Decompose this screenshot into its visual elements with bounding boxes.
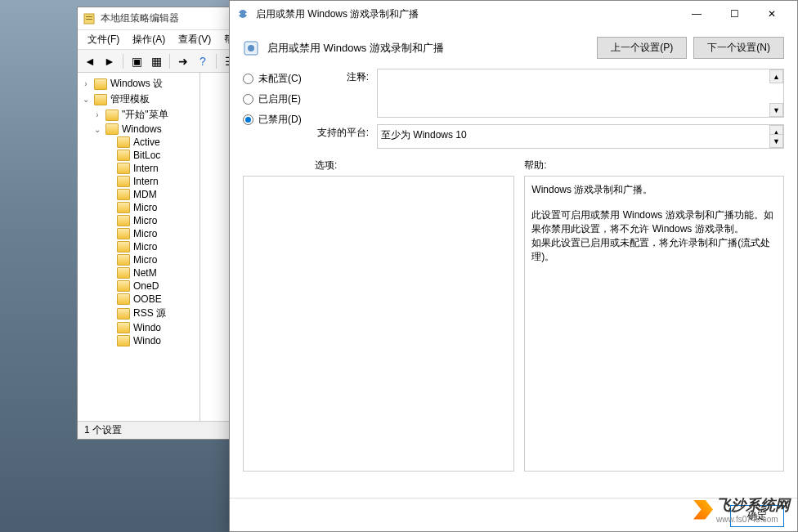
tree-item-label: Micro xyxy=(133,215,157,226)
tree-item[interactable]: Micro xyxy=(78,227,200,240)
export-button[interactable]: ➜ xyxy=(174,52,192,70)
folder-icon xyxy=(117,280,130,292)
tree-item[interactable]: RSS 源 xyxy=(78,306,200,321)
folder-icon xyxy=(117,215,130,226)
settings-app-icon xyxy=(236,7,249,20)
folder-icon xyxy=(117,241,130,253)
folder-icon xyxy=(117,150,130,161)
tree-item-label: MDM xyxy=(133,189,157,200)
folder-icon xyxy=(117,163,130,174)
tree-item[interactable]: Windo xyxy=(78,321,200,334)
comment-row: 注释: ▲ ▼ xyxy=(315,69,784,118)
settings-content: 未配置(C) 已启用(E) 已禁用(D) 注释: ▲ ▼ xyxy=(230,69,797,498)
tree-item[interactable]: OneD xyxy=(78,279,200,293)
menu-action[interactable]: 操作(A) xyxy=(126,30,172,49)
platform-textbox: 至少为 Windows 10 ▲ ▼ xyxy=(377,124,784,149)
folder-icon xyxy=(105,123,119,135)
tree-item[interactable]: BitLoc xyxy=(78,149,200,162)
status-text: 1 个设置 xyxy=(84,423,122,437)
forward-button[interactable]: ► xyxy=(101,52,119,70)
tree-item[interactable]: MDM xyxy=(78,188,200,201)
folder-icon xyxy=(117,322,130,333)
svg-rect-1 xyxy=(86,16,92,17)
radio-label: 已启用(E) xyxy=(258,92,301,106)
tree-item[interactable]: ⌄管理模板 xyxy=(78,92,200,107)
tree-item-label: Intern xyxy=(133,176,159,187)
tree-item[interactable]: Micro xyxy=(78,240,200,253)
radio-not-configured[interactable]: 未配置(C) xyxy=(243,69,307,89)
tree-item-label: Windows 设 xyxy=(110,77,163,91)
settings-header-title: 启用或禁用 Windows 游戏录制和广播 xyxy=(267,41,589,56)
minimize-button[interactable]: — xyxy=(678,2,715,26)
nav-buttons: 上一个设置(P) 下一个设置(N) xyxy=(597,37,784,59)
tree-item-label: Active xyxy=(133,136,160,148)
up-button[interactable]: ▣ xyxy=(128,52,146,70)
folder-icon xyxy=(117,335,130,346)
folder-icon xyxy=(94,94,107,105)
options-label: 选项: xyxy=(315,159,514,172)
platform-value: 至少为 Windows 10 xyxy=(381,129,467,141)
tree-toggle-icon[interactable]: › xyxy=(92,110,102,119)
scroll-up-icon[interactable]: ▲ xyxy=(769,69,783,83)
tree-item-label: Micro xyxy=(133,254,157,266)
platform-row: 支持的平台: 至少为 Windows 10 ▲ ▼ xyxy=(315,124,784,149)
back-button[interactable]: ◄ xyxy=(81,52,99,70)
toolbar-sep xyxy=(123,54,123,69)
tree-item-label: Windows xyxy=(122,123,162,135)
help-label: 帮助: xyxy=(524,159,784,172)
menu-view[interactable]: 查看(V) xyxy=(172,30,217,49)
folder-icon xyxy=(117,308,130,320)
options-box[interactable] xyxy=(243,176,514,472)
tree-panel[interactable]: ›Windows 设⌄管理模板›"开始"菜单⌄WindowsActiveBitL… xyxy=(78,73,200,421)
radio-indicator xyxy=(243,114,253,125)
close-button[interactable]: ✕ xyxy=(753,2,791,26)
tree-item-label: Windo xyxy=(133,335,161,346)
tree-item[interactable]: Intern xyxy=(78,175,200,188)
tree-item-label: OOBE xyxy=(133,293,162,305)
comment-label: 注释: xyxy=(315,69,377,118)
folder-icon xyxy=(117,267,130,279)
tree-item-label: BitLoc xyxy=(133,150,160,161)
window-controls: — ☐ ✕ xyxy=(678,2,791,26)
scroll-down-icon[interactable]: ▼ xyxy=(769,134,783,148)
tree-item-label: NetM xyxy=(133,267,157,279)
tree-toggle-icon[interactable]: › xyxy=(81,79,91,88)
help-button[interactable]: ? xyxy=(194,52,212,70)
tree-toggle-icon[interactable]: ⌄ xyxy=(81,95,91,104)
watermark-logo-icon xyxy=(693,500,713,520)
tree-toggle-icon[interactable]: ⌄ xyxy=(92,125,102,134)
settings-header: 启用或禁用 Windows 游戏录制和广播 上一个设置(P) 下一个设置(N) xyxy=(230,27,797,69)
gpedit-app-icon xyxy=(83,12,96,25)
tree-item[interactable]: Micro xyxy=(78,253,200,266)
radio-disabled[interactable]: 已禁用(D) xyxy=(243,110,307,130)
right-column: 注释: ▲ ▼ 支持的平台: 至少为 Windows 10 ▲ ▼ xyxy=(315,69,784,488)
tree-item-label: RSS 源 xyxy=(133,306,166,320)
show-hide-button[interactable]: ▦ xyxy=(147,52,165,70)
svg-rect-4 xyxy=(239,13,240,15)
tree-item[interactable]: Active xyxy=(78,136,200,149)
tree-item-label: 管理模板 xyxy=(110,92,150,106)
info-row: 选项: 帮助: Windows 游戏录制和广播。 此设置可启用或禁用 Windo… xyxy=(315,159,784,472)
tree-item[interactable]: ⌄Windows xyxy=(78,123,200,136)
tree-item[interactable]: OOBE xyxy=(78,293,200,306)
maximize-button[interactable]: ☐ xyxy=(715,2,753,26)
radio-indicator xyxy=(243,94,253,105)
scroll-down-icon[interactable]: ▼ xyxy=(769,103,783,117)
tree-item[interactable]: ›"开始"菜单 xyxy=(78,107,200,123)
prev-setting-button[interactable]: 上一个设置(P) xyxy=(597,37,687,59)
next-setting-button[interactable]: 下一个设置(N) xyxy=(693,37,784,59)
tree-item[interactable]: ›Windows 设 xyxy=(78,76,200,92)
tree-item[interactable]: Micro xyxy=(78,201,200,214)
tree-item[interactable]: Intern xyxy=(78,162,200,175)
folder-icon xyxy=(117,228,130,239)
tree-item-label: "开始"菜单 xyxy=(122,108,168,122)
menu-file[interactable]: 文件(F) xyxy=(81,30,126,49)
radio-enabled[interactable]: 已启用(E) xyxy=(243,89,307,110)
tree-item[interactable]: NetM xyxy=(78,266,200,279)
tree-item-label: Windo xyxy=(133,322,161,333)
radio-label: 未配置(C) xyxy=(258,72,302,86)
tree-item[interactable]: Windo xyxy=(78,334,200,347)
folder-icon xyxy=(117,293,130,305)
tree-item[interactable]: Micro xyxy=(78,214,200,227)
comment-textbox[interactable]: ▲ ▼ xyxy=(377,69,784,118)
